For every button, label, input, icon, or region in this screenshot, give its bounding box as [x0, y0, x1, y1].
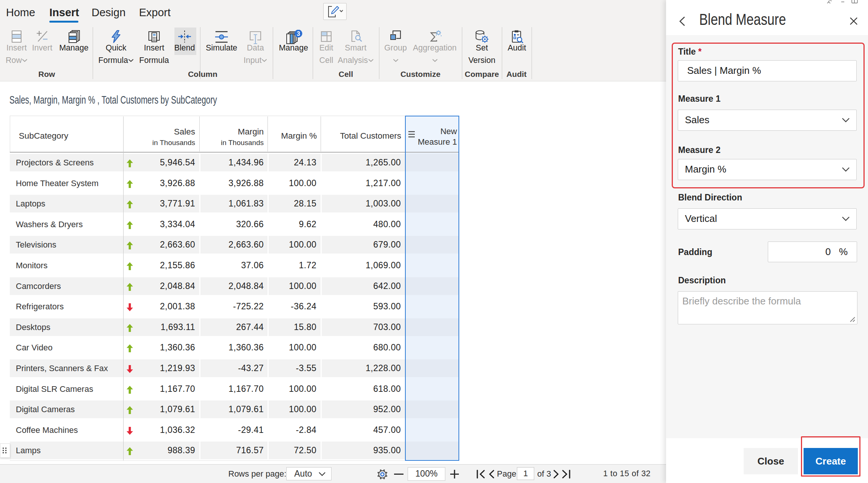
svg-text:3: 3 — [296, 30, 300, 37]
